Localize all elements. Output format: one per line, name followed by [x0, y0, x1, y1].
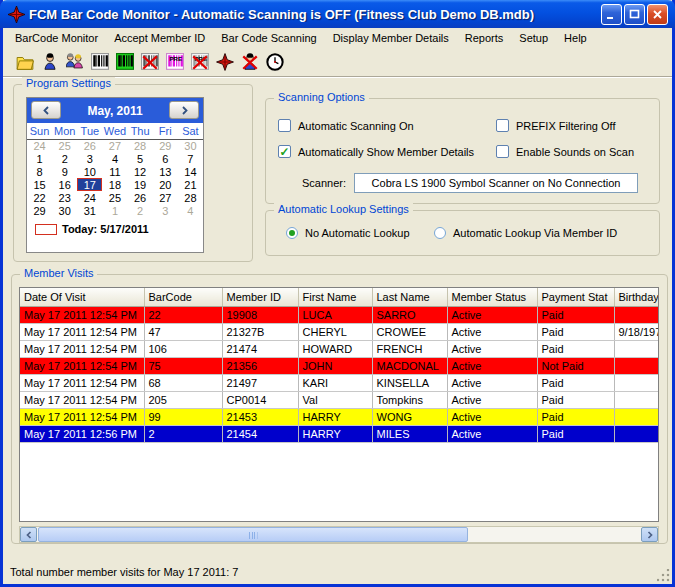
table-cell: KARI — [298, 374, 372, 391]
menu-item-display-member-details[interactable]: Display Member Details — [325, 29, 457, 47]
barcode-prefix-off-icon[interactable]: PRE — [190, 52, 210, 72]
checkbox-automatic-scanning-on[interactable]: Automatic Scanning On — [278, 119, 496, 132]
calendar-day-cell[interactable]: 30 — [178, 139, 203, 152]
column-header-last-name[interactable]: Last Name — [372, 288, 447, 306]
calendar-day-cell[interactable]: 16 — [52, 178, 77, 191]
barcode-off-icon[interactable] — [140, 52, 160, 72]
clock-icon[interactable] — [265, 52, 285, 72]
checkbox-prefix-filtering-off[interactable]: PREFIX Filtering Off — [496, 119, 634, 132]
calendar-day-cell[interactable]: 17 — [77, 178, 102, 191]
table-row[interactable]: May 17 2011 12:54 PM7521356JOHNMACDONALA… — [20, 357, 659, 374]
column-header-birthday[interactable]: Birthday — [614, 288, 659, 306]
table-cell: CP0014 — [222, 391, 298, 408]
calendar-next-button[interactable] — [169, 101, 199, 119]
calendar-day-cell[interactable]: 10 — [77, 165, 102, 178]
horizontal-scrollbar[interactable] — [19, 526, 659, 543]
folder-open-icon[interactable] — [15, 52, 35, 72]
close-button[interactable] — [647, 4, 668, 25]
calendar-day-cell[interactable]: 26 — [128, 191, 153, 204]
calendar-day-cell[interactable]: 18 — [102, 178, 127, 191]
calendar-day-cell[interactable]: 6 — [153, 152, 178, 165]
barcode-green-icon[interactable] — [115, 52, 135, 72]
calendar-day-cell[interactable]: 22 — [27, 191, 52, 204]
calendar-day-cell[interactable]: 29 — [27, 204, 52, 217]
scroll-thumb[interactable] — [38, 527, 468, 542]
calendar-day-cell[interactable]: 27 — [153, 191, 178, 204]
maximize-button[interactable] — [624, 4, 645, 25]
calendar-day-cell[interactable]: 21 — [178, 178, 203, 191]
menu-item-bar-code-scanning[interactable]: Bar Code Scanning — [213, 29, 324, 47]
calendar-day-cell[interactable]: 13 — [153, 165, 178, 178]
table-row[interactable]: May 17 2011 12:54 PM2219908LUCASARROActi… — [20, 306, 659, 323]
calendar-day-cell[interactable]: 8 — [27, 165, 52, 178]
minimize-button[interactable] — [601, 4, 622, 25]
calendar-day-cell[interactable]: 2 — [128, 204, 153, 217]
table-row[interactable]: May 17 2011 12:54 PM4721327BCHERYLCROWEE… — [20, 323, 659, 340]
calendar-day-cell[interactable]: 24 — [77, 191, 102, 204]
calendar-header: May, 2011 — [27, 98, 203, 123]
resize-grip[interactable] — [657, 569, 670, 582]
table-cell: May 17 2011 12:54 PM — [20, 374, 144, 391]
table-row[interactable]: May 17 2011 12:54 PM9921453HARRYWONGActi… — [20, 408, 659, 425]
table-row[interactable]: May 17 2011 12:54 PM10621474HOWARDFRENCH… — [20, 340, 659, 357]
barcode-icon[interactable] — [90, 52, 110, 72]
column-header-date-of-visit[interactable]: Date Of Visit — [20, 288, 144, 306]
table-cell: 21454 — [222, 425, 298, 442]
calendar-day-cell[interactable]: 25 — [102, 191, 127, 204]
calendar-day-cell[interactable]: 29 — [153, 139, 178, 152]
calendar-day-cell[interactable]: 27 — [102, 139, 127, 152]
radio-no-automatic-lookup[interactable]: No Automatic Lookup — [286, 227, 410, 239]
table-cell: LUCA — [298, 306, 372, 323]
column-header-member-status[interactable]: Member Status — [447, 288, 537, 306]
calendar-day-cell[interactable]: 28 — [128, 139, 153, 152]
calendar-day-cell[interactable]: 28 — [178, 191, 203, 204]
calendar-day-cell[interactable]: 1 — [27, 152, 52, 165]
member-icon[interactable] — [40, 52, 60, 72]
calendar-day-cell[interactable]: 12 — [128, 165, 153, 178]
calendar-day-cell[interactable]: 26 — [77, 139, 102, 152]
calendar-day-cell[interactable]: 3 — [77, 152, 102, 165]
column-header-first-name[interactable]: First Name — [298, 288, 372, 306]
menu-item-accept-member-id[interactable]: Accept Member ID — [106, 29, 213, 47]
calendar-day-cell[interactable]: 4 — [178, 204, 203, 217]
barcode-prefix-icon[interactable]: PRE — [165, 52, 185, 72]
calendar-day-cell[interactable]: 9 — [52, 165, 77, 178]
scanner-input[interactable] — [354, 173, 638, 193]
calendar-day-cell[interactable]: 24 — [27, 139, 52, 152]
table-row[interactable]: May 17 2011 12:54 PM205CP0014ValTompkins… — [20, 391, 659, 408]
calendar-day-cell[interactable]: 5 — [128, 152, 153, 165]
table-row[interactable]: May 17 2011 12:54 PM6821497KARIKINSELLAA… — [20, 374, 659, 391]
scroll-right-button[interactable] — [641, 527, 658, 542]
calendar-day-cell[interactable]: 14 — [178, 165, 203, 178]
red-star-icon[interactable] — [215, 52, 235, 72]
menu-item-barcode-monitor[interactable]: BarCode Monitor — [7, 29, 106, 47]
calendar-day-cell[interactable]: 4 — [102, 152, 127, 165]
radio-automatic-lookup-via-member-id[interactable]: Automatic Lookup Via Member ID — [434, 227, 617, 239]
calendar-day-cell[interactable]: 1 — [102, 204, 127, 217]
calendar-day-cell[interactable]: 30 — [52, 204, 77, 217]
calendar-day-cell[interactable]: 11 — [102, 165, 127, 178]
calendar-day-cell[interactable]: 2 — [52, 152, 77, 165]
calendar-day-cell[interactable]: 20 — [153, 178, 178, 191]
member-off-icon[interactable] — [240, 52, 260, 72]
calendar-day-cell[interactable]: 7 — [178, 152, 203, 165]
column-header-member-id[interactable]: Member ID — [222, 288, 298, 306]
calendar-day-cell[interactable]: 3 — [153, 204, 178, 217]
calendar-day-cell[interactable]: 31 — [77, 204, 102, 217]
column-header-payment-stat[interactable]: Payment Stat — [537, 288, 614, 306]
calendar-day-cell[interactable]: 25 — [52, 139, 77, 152]
scroll-left-button[interactable] — [20, 527, 37, 542]
calendar-day-cell[interactable]: 15 — [27, 178, 52, 191]
menu-item-reports[interactable]: Reports — [457, 29, 512, 47]
calendar-day-cell[interactable]: 19 — [128, 178, 153, 191]
menu-item-setup[interactable]: Setup — [511, 29, 556, 47]
checkbox-automatically-show-member-details[interactable]: ✓Automatically Show Member Details — [278, 145, 496, 158]
members-icon[interactable] — [65, 52, 85, 72]
calendar-today-row[interactable]: Today: 5/17/2011 — [27, 217, 203, 235]
column-header-barcode[interactable]: BarCode — [144, 288, 222, 306]
calendar-day-cell[interactable]: 23 — [52, 191, 77, 204]
calendar-prev-button[interactable] — [31, 101, 61, 119]
menu-item-help[interactable]: Help — [556, 29, 595, 47]
checkbox-enable-sounds-on-scan[interactable]: Enable Sounds on Scan — [496, 145, 634, 158]
table-row[interactable]: May 17 2011 12:56 PM221454HARRYMILESActi… — [20, 425, 659, 442]
